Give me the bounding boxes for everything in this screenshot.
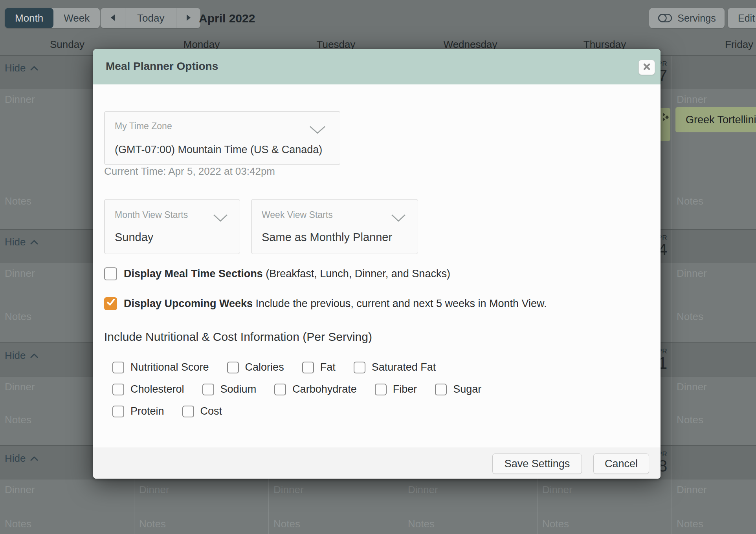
month-view-starts-value: Sunday — [115, 231, 153, 244]
dinner-section-label: Dinner — [542, 484, 573, 496]
timezone-value: (GMT-07:00) Mountain Time (US & Canada) — [115, 144, 322, 156]
hide-week-link[interactable]: Hide — [5, 349, 38, 362]
nutrition-options-row: Nutritional ScoreCaloriesFatSaturated Fa… — [112, 361, 436, 373]
chevron-up-icon — [30, 353, 38, 358]
page-title: April 2022 — [199, 12, 255, 25]
notes-section-label: Notes — [5, 195, 31, 207]
nutrition-option: Carbohydrate — [274, 383, 357, 395]
dinner-section-label: Dinner — [5, 381, 35, 393]
display-upcoming-weeks-label: Display Upcoming Weeks Include the previ… — [124, 298, 547, 310]
servings-toggle-icon — [658, 13, 673, 24]
protein-label: Protein — [130, 405, 164, 417]
day-cell[interactable]: DinnerNotes — [672, 230, 756, 342]
month-view-starts-select[interactable]: Month View Starts Sunday — [104, 199, 240, 254]
carbohydrate-checkbox[interactable] — [274, 384, 286, 395]
chevron-right-icon — [185, 12, 192, 24]
servings-label: Servings — [677, 13, 716, 24]
notes-section-label: Notes — [5, 414, 31, 426]
notes-section-label: Notes — [273, 518, 300, 530]
edit-label: Edit — [738, 13, 755, 24]
sodium-checkbox[interactable] — [202, 384, 214, 395]
hide-week-link[interactable]: Hide — [5, 62, 38, 74]
nutrition-option: Saturated Fat — [354, 361, 436, 373]
calories-checkbox[interactable] — [227, 362, 239, 373]
save-settings-button[interactable]: Save Settings — [492, 454, 582, 474]
recipe-title: Greek Tortellini S — [686, 114, 756, 126]
nutrition-option: Sugar — [435, 383, 481, 395]
nutrition-option: Calories — [227, 361, 284, 373]
next-button[interactable] — [176, 8, 200, 28]
protein-checkbox[interactable] — [112, 406, 124, 417]
day-header-friday: Friday — [672, 38, 756, 51]
notes-section-label: Notes — [677, 414, 703, 426]
dinner-section-label: Dinner — [139, 484, 169, 496]
hide-week-link[interactable]: Hide — [5, 452, 38, 465]
dinner-section-label: Dinner — [677, 381, 707, 393]
week-view-starts-select[interactable]: Week View Starts Same as Monthly Planner — [251, 199, 418, 254]
timezone-select[interactable]: My Time Zone (GMT-07:00) Mountain Time (… — [104, 111, 340, 165]
fat-checkbox[interactable] — [302, 362, 314, 373]
notes-section-label: Notes — [677, 311, 703, 323]
chevron-left-icon — [110, 12, 116, 24]
notes-section-label: Notes — [5, 311, 31, 323]
prev-button[interactable] — [101, 8, 125, 28]
week-view-button[interactable]: Week — [53, 8, 100, 28]
nutrition-options-row: CholesterolSodiumCarbohydrateFiberSugar — [112, 383, 481, 395]
nutrition-option: Nutritional Score — [112, 361, 209, 373]
dinner-section-label: Dinner — [408, 484, 438, 496]
chevron-down-icon — [390, 213, 407, 225]
hide-link-label: Hide — [5, 349, 26, 362]
day-cell[interactable]: DinnerNotes — [672, 343, 756, 445]
nutritional-score-checkbox[interactable] — [112, 362, 124, 373]
chevron-up-icon — [30, 456, 38, 461]
today-button[interactable]: Today — [125, 8, 176, 28]
day-cell[interactable]: DinnerNotes — [672, 56, 756, 229]
close-button[interactable] — [639, 60, 655, 75]
week-view-starts-value: Same as Monthly Planner — [262, 231, 392, 244]
chevron-up-icon — [30, 240, 38, 245]
nutrition-option: Cost — [182, 405, 222, 417]
recipe-item[interactable]: Greek Tortellini S — [675, 107, 756, 132]
cholesterol-checkbox[interactable] — [112, 384, 124, 395]
meal-planner-options-dialog: Meal Planner Options My Time Zone (GMT-0… — [93, 49, 661, 479]
fiber-label: Fiber — [393, 383, 417, 395]
close-icon — [643, 63, 651, 72]
view-toggle: Month Week — [5, 8, 100, 28]
carbohydrate-label: Carbohydrate — [292, 383, 357, 395]
dinner-section-label: Dinner — [5, 267, 35, 280]
hide-link-label: Hide — [5, 236, 26, 248]
day-cell[interactable]: DinnerNotes — [672, 446, 756, 534]
dialog-footer: Save Settings Cancel — [93, 448, 661, 479]
hide-week-link[interactable]: Hide — [5, 236, 38, 248]
notes-section-label: Notes — [542, 518, 569, 530]
toolbar: Month Week Today April 2022 Servings Edi… — [0, 0, 756, 37]
notes-section-label: Notes — [677, 195, 703, 207]
notes-section-label: Notes — [139, 518, 166, 530]
notes-section-label: Notes — [5, 518, 31, 530]
nutrition-option: Fat — [302, 361, 336, 373]
current-time-text: Current Time: Apr 5, 2022 at 03:42pm — [104, 165, 275, 177]
display-upcoming-weeks-checkbox[interactable] — [104, 297, 117, 310]
display-meal-time-sections-checkbox[interactable] — [104, 267, 117, 280]
nutrition-option: Cholesterol — [112, 383, 184, 395]
nutrition-option: Sodium — [202, 383, 257, 395]
date-nav: Today — [101, 8, 200, 28]
drag-move-icon[interactable] — [661, 111, 669, 124]
sugar-checkbox[interactable] — [435, 384, 447, 395]
cost-checkbox[interactable] — [182, 406, 194, 417]
edit-button[interactable]: Edit — [728, 8, 756, 28]
cancel-button[interactable]: Cancel — [593, 454, 649, 474]
fiber-checkbox[interactable] — [375, 384, 387, 395]
servings-button[interactable]: Servings — [649, 8, 725, 28]
saturated-fat-checkbox[interactable] — [354, 362, 365, 373]
nutrition-option: Protein — [112, 405, 164, 417]
display-meal-time-sections-label: Display Meal Time Sections (Breakfast, L… — [124, 268, 450, 280]
month-view-button[interactable]: Month — [5, 8, 53, 28]
dinner-section-label: Dinner — [5, 93, 35, 106]
fat-label: Fat — [320, 361, 336, 373]
dialog-header: Meal Planner Options — [93, 49, 661, 84]
dinner-section-label: Dinner — [273, 484, 304, 496]
dialog-title: Meal Planner Options — [106, 60, 218, 73]
calories-label: Calories — [245, 361, 284, 373]
notes-section-label: Notes — [677, 518, 703, 530]
